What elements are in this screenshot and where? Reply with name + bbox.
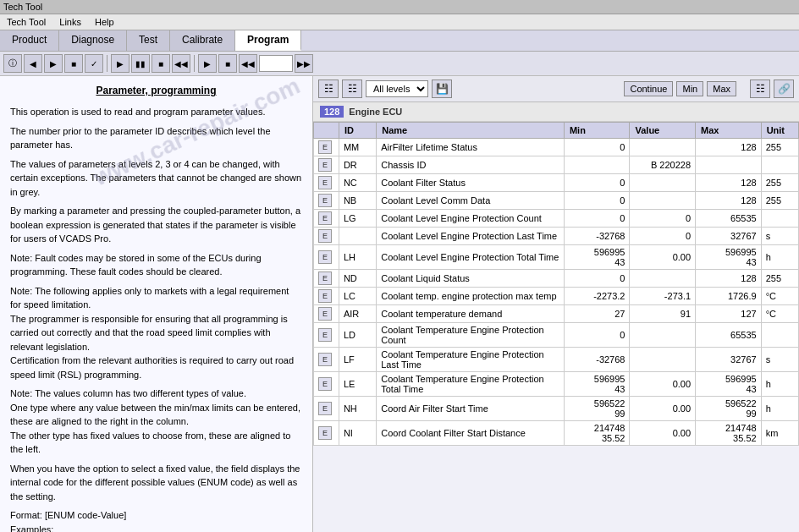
row-value[interactable] <box>630 323 696 348</box>
row-value[interactable]: -273.1 <box>630 288 696 305</box>
min-btn[interactable]: Min <box>676 81 703 96</box>
menu-help[interactable]: Help <box>91 16 118 28</box>
row-value[interactable]: 0.00 <box>630 397 696 421</box>
filter-icon-btn[interactable]: ☷ <box>342 80 362 98</box>
tab-bar: Product Diagnose Test Calibrate Program <box>0 30 799 52</box>
info-btn[interactable]: ⓘ <box>3 54 22 73</box>
col-min-header: Min <box>564 123 630 139</box>
table-row: ENHCoord Air Filter Start Time596522 990… <box>314 397 799 421</box>
row-name[interactable]: Coolant temperature demand <box>377 305 565 323</box>
grid-icon-btn[interactable]: ☷ <box>318 80 339 98</box>
row-name[interactable]: Coolant Level Engine Protection Last Tim… <box>377 228 565 245</box>
row-icon[interactable]: E <box>318 194 332 207</box>
row-name[interactable]: Coolant Level Engine Protection Total Ti… <box>377 245 565 270</box>
row-max: 65535 <box>696 210 762 228</box>
row-name[interactable]: Coolant Liquid Status <box>377 270 565 288</box>
row-value[interactable] <box>630 270 696 288</box>
row-name[interactable]: Chassis ID <box>377 156 565 174</box>
row-value[interactable]: 0 <box>630 210 696 228</box>
row-name[interactable]: Coolant Temperature Engine Protection To… <box>377 372 565 397</box>
row-name[interactable]: Coolant temp. engine protection max temp <box>377 288 565 305</box>
row-icon[interactable]: E <box>318 250 332 264</box>
row-id: LC <box>339 288 376 305</box>
row-min: 0 <box>564 174 630 192</box>
row-name[interactable]: Coord Coolant Filter Start Distance <box>377 421 565 446</box>
row-value[interactable]: B 220228 <box>630 156 696 174</box>
row-icon[interactable]: E <box>318 140 332 154</box>
row-icon[interactable]: E <box>318 307 332 321</box>
row-unit: km <box>761 421 798 446</box>
row-id: NC <box>339 174 376 192</box>
pause-btn[interactable]: ▮▮ <box>131 54 150 73</box>
play-btn[interactable]: ▶ <box>111 54 129 73</box>
tab-program[interactable]: Program <box>235 30 301 51</box>
row-value[interactable] <box>630 348 696 372</box>
row-icon-cell: E <box>314 228 339 245</box>
link-icon-btn[interactable]: 🔗 <box>774 80 794 98</box>
check-btn[interactable]: ✓ <box>85 54 103 73</box>
row-value[interactable]: 91 <box>630 305 696 323</box>
para-4: Note: Fault codes may be stored in some … <box>10 251 302 279</box>
row-name[interactable]: Coolant Filter Status <box>377 174 565 192</box>
stop3-btn[interactable]: ■ <box>218 54 237 73</box>
row-value[interactable]: 0.00 <box>630 421 696 446</box>
row-value[interactable]: 0.00 <box>630 372 696 397</box>
row-icon[interactable]: E <box>318 158 332 172</box>
row-icon[interactable]: E <box>318 229 332 243</box>
stop-btn[interactable]: ■ <box>64 54 83 73</box>
row-icon[interactable]: E <box>318 377 332 391</box>
row-icon[interactable]: E <box>318 353 332 366</box>
row-min: 0 <box>564 270 630 288</box>
tab-calibrate[interactable]: Calibrate <box>170 30 235 51</box>
row-icon[interactable]: E <box>318 402 332 415</box>
row-id: NH <box>339 397 376 421</box>
menu-links[interactable]: Links <box>56 16 85 28</box>
row-value[interactable] <box>630 139 696 156</box>
level-select[interactable]: All levels <box>366 80 428 97</box>
back-btn[interactable]: ◀ <box>24 54 42 73</box>
prev-btn[interactable]: ◀◀ <box>172 54 190 73</box>
row-icon-cell: E <box>314 288 339 305</box>
continue-btn[interactable]: Continue <box>624 81 673 96</box>
row-value[interactable] <box>630 192 696 210</box>
row-max: 32767 <box>696 228 762 245</box>
row-icon-cell: E <box>314 156 339 174</box>
row-name[interactable]: Coolant Temperature Engine Protection La… <box>377 348 565 372</box>
export-icon-btn[interactable]: 💾 <box>432 80 452 98</box>
table-icon-btn[interactable]: ☷ <box>750 80 770 98</box>
para-5: Note: The following applies only to mark… <box>10 284 302 382</box>
row-value[interactable]: 0.00 <box>630 245 696 270</box>
row-min: 0 <box>564 210 630 228</box>
right-panel: ☷ ☷ All levels 💾 Continue Min Max ☷ 🔗 12… <box>313 76 799 532</box>
row-icon[interactable]: E <box>318 211 332 225</box>
row-icon[interactable]: E <box>318 271 332 285</box>
end-btn[interactable]: ▶▶ <box>295 54 313 73</box>
row-id <box>339 228 376 245</box>
row-icon[interactable]: E <box>318 426 332 440</box>
row-name[interactable]: Coolant Level Engine Protection Count <box>377 210 565 228</box>
begin-btn[interactable]: ◀◀ <box>239 54 257 73</box>
row-min: 0 <box>564 139 630 156</box>
row-max: 596995 43 <box>696 372 762 397</box>
tab-test[interactable]: Test <box>127 30 170 51</box>
tab-product[interactable]: Product <box>0 30 59 51</box>
row-name[interactable]: AirFilter Lifetime Status <box>377 139 565 156</box>
row-icon[interactable]: E <box>318 328 332 342</box>
row-icon-cell: E <box>314 323 339 348</box>
tab-diagnose[interactable]: Diagnose <box>59 30 127 51</box>
fwd-btn[interactable]: ▶ <box>44 54 63 73</box>
menu-techTool[interactable]: Tech Tool <box>3 16 49 28</box>
stop2-btn[interactable]: ■ <box>152 54 170 73</box>
max-btn[interactable]: Max <box>707 81 736 96</box>
row-value[interactable] <box>630 174 696 192</box>
row-icon[interactable]: E <box>318 176 332 189</box>
row-value[interactable]: 0 <box>630 228 696 245</box>
toolbar-input[interactable] <box>259 55 293 72</box>
play2-btn[interactable]: ▶ <box>198 54 217 73</box>
table-row: ELHCoolant Level Engine Protection Total… <box>314 245 799 270</box>
row-name[interactable]: Coolant Temperature Engine Protection Co… <box>377 323 565 348</box>
row-name[interactable]: Coord Air Filter Start Time <box>377 397 565 421</box>
row-icon[interactable]: E <box>318 289 332 303</box>
row-name[interactable]: Coolant Level Comm Data <box>377 192 565 210</box>
row-icon-cell: E <box>314 245 339 270</box>
